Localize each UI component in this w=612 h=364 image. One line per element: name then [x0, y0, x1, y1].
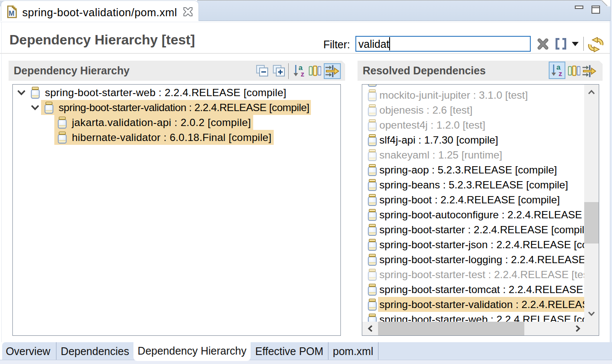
svg-text:M: M [9, 10, 14, 17]
svg-text:z: z [301, 70, 305, 78]
svg-text:z: z [559, 70, 562, 77]
